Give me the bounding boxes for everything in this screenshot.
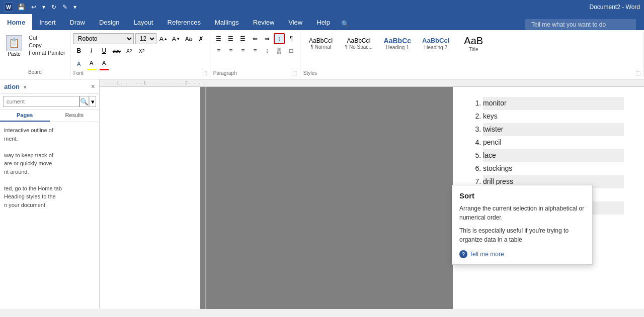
line-spacing-button[interactable]: ↕ [262,45,273,56]
font-name-select[interactable]: Roboto [73,33,134,44]
ribbon-search-input[interactable] [525,19,636,30]
format-painter-button[interactable]: Format Painter [27,49,67,56]
nav-content-line4: are or quickly move [4,159,95,168]
text-effect-button[interactable]: A [73,58,85,69]
clipboard-label: Board [3,69,67,75]
font-size-select[interactable]: 12 [135,33,156,44]
style-nospace-preview: AaBbCcI [347,37,370,44]
customize-button[interactable]: ✎ [61,3,69,11]
document-area: · · · · · L · · · · · · · · · 1 · · · · … [100,79,644,309]
tab-mailings[interactable]: Mailings [208,14,246,30]
highlight-color-button[interactable]: A [86,57,97,68]
ribbon: 📋 Paste Cut Copy Format Painter Board Ro… [0,30,644,79]
bold-button[interactable]: B [73,45,85,56]
style-h2-label: Heading 2 [424,45,447,50]
decrease-font-button[interactable]: A▼ [171,33,182,44]
paragraph-group-label: Paragraph [213,70,237,76]
strikethrough-button[interactable]: abc [111,45,122,56]
show-hide-button[interactable]: ¶ [286,33,297,44]
nav-content-line7: Heading styles to the [4,192,95,201]
copy-button[interactable]: Copy [27,42,67,49]
numbering-button[interactable]: ☰ [225,33,236,44]
undo-button[interactable]: ↩ [30,3,38,11]
save-button[interactable]: 💾 [16,3,27,11]
increase-font-button[interactable]: A▲ [158,33,169,44]
tab-design[interactable]: Design [92,14,126,30]
superscript-button[interactable]: X2 [136,45,147,56]
font-color-button[interactable]: A [99,57,110,68]
tab-references[interactable]: References [160,14,208,30]
tab-draw[interactable]: Draw [63,14,92,30]
document-canvas[interactable]: monitor keys twister pencil lace stockin… [100,87,644,309]
sort-tooltip-link-text: Tell me more [469,251,504,258]
paragraph-group-expand[interactable]: ⬚ [292,70,297,76]
align-left-button[interactable]: ≡ [213,45,224,56]
multilevel-list-button[interactable]: ☰ [237,33,249,44]
decrease-indent-button[interactable]: ⇐ [250,33,261,44]
align-center-button[interactable]: ≡ [225,45,236,56]
app-icon: W [4,3,13,12]
nav-close-button[interactable]: × [91,82,95,90]
clipboard-group: 📋 Paste Cut Copy Format Painter Board [0,32,70,77]
list-item-2: keys [483,110,624,123]
list-item-3: twister [483,123,624,136]
justify-button[interactable]: ≡ [250,45,261,56]
sort-button[interactable]: ↕ [274,33,285,44]
undo-dropdown-button[interactable]: ▾ [41,3,47,11]
redo-button[interactable]: ↻ [50,3,58,11]
list-item-1: monitor [483,97,624,110]
nav-search-button[interactable]: 🔍 [79,96,89,107]
style-normal[interactable]: AaBbCcI ¶ Normal [303,36,339,51]
paste-button[interactable]: 📋 Paste [3,34,25,58]
style-title-preview: AaB [464,35,483,47]
nav-pane-title: ation ▾ [4,83,26,90]
sort-tooltip-link[interactable]: ? Tell me more [459,250,585,258]
nav-tab-pages[interactable]: Pages [0,110,50,122]
nav-content-line5: nt around. [4,168,95,176]
increase-indent-button[interactable]: ⇒ [262,33,273,44]
customize-dropdown-button[interactable]: ▾ [72,3,78,11]
bullets-button[interactable]: ☰ [213,33,224,44]
style-no-space[interactable]: AaBbCcI ¶ No Spac... [341,36,377,51]
paste-label: Paste [8,51,21,57]
font-group-label: Font [73,70,84,76]
style-heading1[interactable]: AaBbCc Heading 1 [379,35,416,52]
align-right-button[interactable]: ≡ [237,45,249,56]
tab-help[interactable]: Help [309,14,337,30]
cut-button[interactable]: Cut [27,34,67,41]
ruler-marker: · · · · · L · · · · · · · · · 1 · · · · … [105,80,205,85]
underline-button[interactable]: U [99,45,110,56]
tab-home[interactable]: Home [0,14,32,30]
style-h2-preview: AaBbCcI [422,37,449,45]
nav-dropdown-icon[interactable]: ▾ [24,84,26,90]
style-normal-label: ¶ Normal [311,44,331,50]
sort-tooltip-desc1: Arrange the current selection in alphabe… [459,204,585,222]
clear-formatting-button[interactable]: ✗ [196,33,207,44]
tab-review[interactable]: Review [246,14,282,30]
styles-group-label: Styles [303,70,317,76]
page-left-margin [100,87,200,309]
nav-search-options-button[interactable]: ▾ [90,96,96,107]
nav-content-line2: ment. [4,135,95,143]
style-heading2[interactable]: AaBbCcI Heading 2 [418,35,454,52]
help-icon: ? [459,250,467,258]
paragraph-group: ☰ ☰ ☰ ⇐ ⇒ ↕ ¶ ≡ ≡ ≡ ≡ ↕ ▒ □ Paragraph ⬚ [210,32,300,77]
nav-content-line1: interactive outline of [4,126,95,135]
search-icon: 🔍 [80,98,89,105]
shading-button[interactable]: ▒ [274,45,285,56]
italic-button[interactable]: I [86,45,97,56]
style-title[interactable]: AaB Title [456,33,491,54]
nav-tab-results[interactable]: Results [50,110,100,122]
tab-insert[interactable]: Insert [32,14,63,30]
borders-button[interactable]: □ [286,45,297,56]
nav-search-input[interactable] [3,96,79,107]
font-group-expand[interactable]: ⬚ [202,70,207,76]
tab-view[interactable]: View [281,14,309,30]
styles-group-expand[interactable]: ⬚ [636,70,640,76]
styles-group: AaBbCcI ¶ Normal AaBbCcI ¶ No Spac... Aa… [300,32,644,77]
subscript-button[interactable]: X2 [124,45,135,56]
list-item-4: pencil [483,136,624,149]
change-case-button[interactable]: Aa [183,33,194,44]
paste-icon: 📋 [6,35,22,51]
tab-layout[interactable]: Layout [126,14,160,30]
